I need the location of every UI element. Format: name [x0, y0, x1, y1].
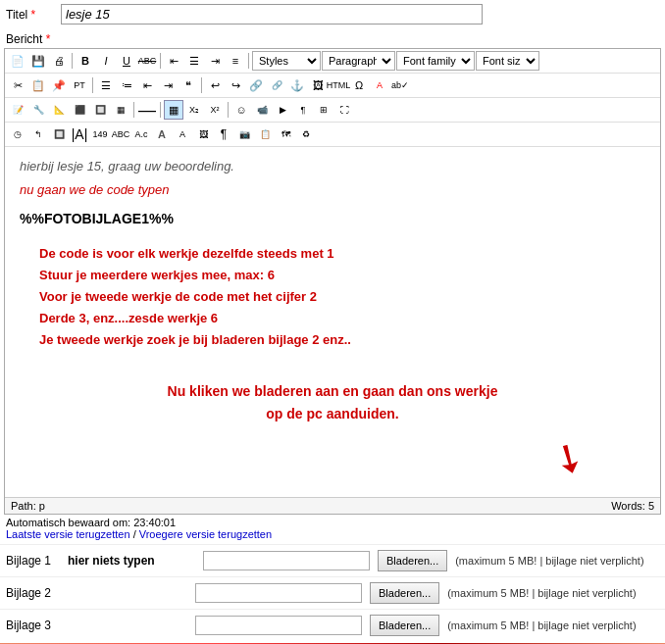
fontsize-select[interactable]: Font size: [476, 51, 539, 71]
bijlage-2-browse-btn[interactable]: Bladeren...: [370, 582, 439, 604]
smiley-btn[interactable]: ☺: [231, 100, 251, 120]
tb3-btn2[interactable]: 🔧: [28, 100, 48, 120]
save-btn[interactable]: 💾: [28, 51, 48, 71]
italic-btn[interactable]: I: [96, 51, 116, 71]
html-btn[interactable]: HTML: [329, 75, 348, 95]
bijlage-row-3: Bijlage 3 Bladeren... (maximum 5 MB! | b…: [0, 609, 665, 641]
code-line-4: Derde 3, enz....zesde werkje 6: [39, 308, 645, 329]
bijlage-3-info: (maximum 5 MB! | bijlage niet verplicht): [447, 619, 636, 631]
sep5: [201, 77, 202, 93]
show-blocks-btn[interactable]: ⊞: [314, 100, 333, 120]
styles-select[interactable]: Styles: [252, 51, 321, 71]
code-line-1: De code is voor elk werkje dezelfde stee…: [39, 243, 645, 265]
anchor-btn[interactable]: ⚓: [287, 75, 307, 95]
code-line-2: Stuur je meerdere werkjes mee, max: 6: [39, 265, 645, 286]
redo-btn[interactable]: ↪: [226, 75, 245, 95]
editor-line2: nu gaan we de code typen: [20, 180, 645, 200]
link-btn[interactable]: 🔗: [246, 75, 266, 95]
undo-btn[interactable]: ↩: [205, 75, 225, 95]
tb4-btn4[interactable]: |A|: [70, 124, 89, 144]
note-line-1: Nu kliken we bladeren aan en gaan dan on…: [20, 380, 645, 402]
blockquote-btn[interactable]: ❝: [179, 75, 198, 95]
strikethrough-btn[interactable]: ABC: [137, 51, 157, 71]
editor-content[interactable]: hierbij lesje 15, graag uw beoordeling. …: [5, 147, 660, 497]
tb3-btn3[interactable]: 📐: [49, 100, 69, 120]
bijlage-3-label: Bijlage 3: [6, 619, 60, 632]
tb4-btn2[interactable]: ↰: [28, 124, 48, 144]
numbered-btn[interactable]: ≔: [117, 75, 136, 95]
tb4-btn3[interactable]: 🔲: [49, 124, 69, 144]
tb4-btn5[interactable]: 149: [90, 124, 110, 144]
table-btn[interactable]: ▦: [164, 100, 183, 120]
bold-btn[interactable]: B: [76, 51, 95, 71]
tb3-btn1[interactable]: 📝: [8, 100, 27, 120]
bijlage-3-browse-btn[interactable]: Bladeren...: [370, 615, 439, 636]
align-right-btn[interactable]: ⇥: [205, 51, 225, 71]
tb3-btn6[interactable]: ▦: [111, 100, 130, 120]
bijlage-2-input[interactable]: [195, 583, 362, 603]
toolbar-row-4: ◷ ↰ 🔲 |A| 149 ABC A.c A A 🖼 ¶ 📷 📋 🗺 ♻: [5, 123, 660, 147]
note-line-2: op de pc aanduiden.: [20, 403, 645, 424]
tb4-btn8[interactable]: A: [152, 124, 172, 144]
pilcrow-btn[interactable]: ¶: [214, 124, 233, 144]
autosave-area: Automatisch bewaard om: 23:40:01 Laatste…: [0, 515, 665, 544]
tb4-btn7[interactable]: A.c: [131, 124, 151, 144]
textcolor-btn[interactable]: A: [370, 75, 389, 95]
tb4-btn13[interactable]: 📋: [255, 124, 275, 144]
toolbar-row-2: ✂ 📋 📌 PT ☰ ≔ ⇤ ⇥ ❝ ↩ ↪ 🔗 🔗 ⚓ 🖼 HTML Ω A …: [5, 74, 660, 98]
align-center-btn[interactable]: ☰: [184, 51, 204, 71]
fontfamily-select[interactable]: Font family: [396, 51, 475, 71]
copy-btn[interactable]: 📋: [28, 75, 48, 95]
tb4-btn9[interactable]: A: [173, 124, 192, 144]
underline-btn[interactable]: U: [117, 51, 136, 71]
tb4-btn12[interactable]: 📷: [234, 124, 254, 144]
editor-container: 📄 💾 🖨 B I U ABC ⇤ ☰ ⇥ ≡ Styles Paragraph…: [4, 48, 661, 515]
tb4-btn14[interactable]: 🗺: [276, 124, 295, 144]
increase-indent-btn[interactable]: ⇥: [158, 75, 178, 95]
tb4-btn10[interactable]: 🖼: [193, 124, 213, 144]
tb3-btn4[interactable]: ⬛: [70, 100, 89, 120]
tb3-btn5[interactable]: 🔲: [90, 100, 110, 120]
bijlage-1-note: hier niets typen: [68, 554, 195, 568]
bijlage-1-input[interactable]: [203, 551, 370, 570]
superscript-btn[interactable]: X²: [205, 100, 225, 120]
fullscreen-btn[interactable]: ⛶: [334, 100, 354, 120]
autosave-time: Automatisch bewaard om: 23:40:01: [6, 517, 659, 528]
special-char-btn[interactable]: Ω: [349, 75, 369, 95]
image-btn[interactable]: 🖼: [308, 75, 328, 95]
flash-btn[interactable]: 📹: [252, 100, 272, 120]
paragraph-btn2[interactable]: ¶: [293, 100, 313, 120]
sep8: [228, 102, 229, 118]
sep7: [160, 102, 161, 118]
align-justify-btn[interactable]: ≡: [226, 51, 245, 71]
paste-text-btn[interactable]: PT: [70, 75, 89, 95]
hr-btn[interactable]: —: [137, 100, 157, 120]
subscript-btn[interactable]: X₂: [184, 100, 204, 120]
arrow-area: ➘: [20, 424, 645, 487]
bericht-row: Bericht *: [0, 28, 665, 48]
media-btn[interactable]: ▶: [273, 100, 292, 120]
version-links: Laatste versie terugzetten / Vroegere ve…: [6, 528, 659, 540]
bullets-btn[interactable]: ☰: [96, 75, 116, 95]
tb4-btn6[interactable]: ABC: [111, 124, 130, 144]
tb4-btn15[interactable]: ♻: [296, 124, 316, 144]
bijlage-1-info: (maximum 5 MB! | bijlage niet verplicht): [455, 555, 643, 567]
cut-btn[interactable]: ✂: [8, 75, 27, 95]
older-version-link[interactable]: Vroegere versie terugzetten: [139, 528, 272, 540]
paste-btn[interactable]: 📌: [49, 75, 69, 95]
sep2: [160, 53, 161, 69]
decrease-indent-btn[interactable]: ⇤: [137, 75, 157, 95]
sep4: [92, 77, 93, 93]
new-doc-btn[interactable]: 📄: [8, 51, 27, 71]
unlink-btn[interactable]: 🔗: [267, 75, 286, 95]
spellcheck-btn[interactable]: ab✓: [390, 75, 410, 95]
tb4-btn1[interactable]: ◷: [8, 124, 27, 144]
last-version-link[interactable]: Laatste versie terugzetten: [6, 528, 130, 540]
bijlage-3-input[interactable]: [195, 616, 362, 635]
paragraph-select[interactable]: Paragraph: [322, 51, 395, 71]
print-btn[interactable]: 🖨: [49, 51, 69, 71]
bijlage-row-1: Bijlage 1 hier niets typen Bladeren... (…: [0, 544, 665, 576]
align-left-btn[interactable]: ⇤: [164, 51, 183, 71]
bijlage-1-browse-btn[interactable]: Bladeren...: [378, 550, 447, 571]
title-input[interactable]: [61, 4, 483, 25]
